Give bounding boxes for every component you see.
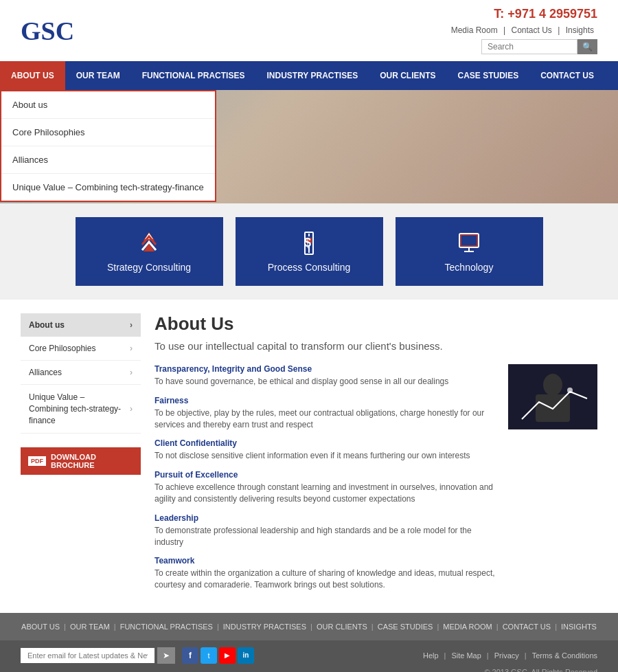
content-area: About Us To use our intellectual capital… [154, 313, 597, 599]
content-body: Transparency, Integrity and Good Sense T… [154, 364, 597, 599]
sidebar-arrow-unique: › [130, 404, 133, 414]
media-room-link[interactable]: Media Room [451, 25, 498, 35]
header-right: T: +971 4 2959751 Media Room | Contact U… [448, 7, 597, 54]
linkedin-icon[interactable]: in [238, 647, 254, 664]
facebook-icon[interactable]: f [182, 647, 198, 664]
footer-link-contact[interactable]: CONTACT US [503, 623, 551, 631]
content-image [508, 364, 597, 599]
technology-card[interactable]: Technology [396, 217, 543, 286]
principle-5: Leadership To demonstrate professional l… [154, 513, 496, 548]
navigation: ABOUT US OUR TEAM FUNCTIONAL PRACTISES I… [0, 61, 618, 90]
footer-link-case[interactable]: CASE STUDIES [378, 623, 433, 631]
process-icon: $ [295, 231, 323, 258]
principle-2-desc: To be objective, play by the rules, meet… [154, 407, 496, 431]
principle-1-title: Transparency, Integrity and Good Sense [154, 364, 496, 374]
svg-rect-10 [461, 235, 477, 246]
service-cards: Strategy Consulting $ Process Consulting [0, 203, 618, 300]
contact-us-link[interactable]: Contact Us [511, 25, 551, 35]
nav-our-team[interactable]: OUR TEAM [65, 61, 131, 90]
principle-3-title: Client Confidentiality [154, 438, 496, 448]
footer-link-insights[interactable]: INSIGHTS [561, 623, 597, 631]
nav-case-studies[interactable]: CASE STUDIES [447, 61, 530, 90]
pdf-badge: PDF [27, 456, 47, 467]
principle-6: Teamwork To create within the organizati… [154, 556, 496, 591]
nav-about-us[interactable]: ABOUT US [0, 61, 65, 90]
footer-link-functional[interactable]: FUNCTIONAL PRACTISES [120, 623, 213, 631]
page-title: About Us [154, 313, 597, 335]
social-icons: f t ▶ in [182, 647, 254, 664]
process-consulting-card[interactable]: $ Process Consulting [236, 217, 383, 286]
footer-link-clients[interactable]: OUR CLIENTS [317, 623, 367, 631]
sidebar-item-core[interactable]: Core Philosophies › [21, 337, 141, 361]
footer-nav-links: ABOUT US | OUR TEAM | FUNCTIONAL PRACTIS… [21, 623, 597, 631]
principle-6-desc: To create within the organization a cult… [154, 568, 496, 591]
principle-2: Fairness To be objective, play by the ru… [154, 396, 496, 431]
download-label: DOWNLOAD BROCHURE [51, 453, 134, 469]
strategy-label: Strategy Consulting [107, 262, 191, 273]
nav-our-clients[interactable]: OUR CLIENTS [369, 61, 446, 90]
header: GSC T: +971 4 2959751 Media Room | Conta… [0, 0, 618, 61]
svg-point-14 [543, 374, 562, 396]
strategy-icon [135, 231, 163, 258]
email-input[interactable] [21, 648, 154, 663]
technology-label: Technology [445, 262, 494, 273]
twitter-icon[interactable]: t [201, 647, 217, 664]
principle-1-desc: To have sound governance, be ethical and… [154, 376, 496, 388]
sidebar-arrow-alliances: › [130, 368, 133, 377]
sidebar-arrow-about: › [130, 320, 133, 330]
principle-4: Pursuit of Excellence To achieve excelle… [154, 470, 496, 505]
youtube-icon[interactable]: ▶ [219, 647, 236, 664]
dropdown-alliances[interactable]: Alliances [1, 146, 215, 174]
sidebar-arrow-core: › [130, 344, 133, 353]
copyright: © 2013 GSC, All Rights Reserved [21, 668, 597, 672]
principles-list: Transparency, Integrity and Good Sense T… [154, 364, 496, 599]
help-link[interactable]: Help [423, 651, 439, 660]
download-brochure-button[interactable]: PDF DOWNLOAD BROCHURE [21, 447, 141, 475]
header-links: Media Room | Contact Us | Insights [448, 25, 597, 35]
dropdown-unique-value[interactable]: Unique Value – Combining tech-strategy-f… [1, 174, 215, 201]
person-image [508, 364, 597, 429]
sitemap-link[interactable]: Site Map [451, 651, 481, 660]
dropdown-about-us[interactable]: About us [1, 91, 215, 119]
principle-6-title: Teamwork [154, 556, 496, 565]
principle-4-title: Pursuit of Excellence [154, 470, 496, 480]
email-submit-button[interactable]: ➤ [157, 647, 175, 664]
principle-2-title: Fairness [154, 396, 496, 405]
principle-1: Transparency, Integrity and Good Sense T… [154, 364, 496, 388]
principle-5-title: Leadership [154, 513, 496, 523]
svg-rect-9 [459, 234, 479, 247]
dropdown-core-philosophies[interactable]: Core Philosophies [1, 119, 215, 146]
footer-right-links: Help | Site Map | Privacy | Terms & Cond… [423, 651, 597, 660]
footer-link-industry[interactable]: INDUSTRY PRACTISES [223, 623, 306, 631]
nav-contact-us[interactable]: CONTACT US [529, 61, 605, 90]
privacy-link[interactable]: Privacy [494, 651, 519, 660]
technology-icon [455, 231, 483, 258]
main-content: About us › Core Philosophies › Alliances… [0, 300, 618, 613]
strategy-consulting-card[interactable]: Strategy Consulting [76, 217, 223, 286]
terms-link[interactable]: Terms & Conditions [532, 651, 597, 660]
footer-link-ourteam[interactable]: OUR TEAM [70, 623, 110, 631]
logo: GSC [21, 16, 74, 46]
tagline: To use our intellectual capital to trans… [154, 340, 597, 352]
about-us-dropdown: About us Core Philosophies Alliances Uni… [0, 90, 216, 202]
phone-number: T: +971 4 2959751 [494, 7, 597, 21]
sidebar: About us › Core Philosophies › Alliances… [21, 313, 141, 599]
footer: ABOUT US | OUR TEAM | FUNCTIONAL PRACTIS… [0, 613, 618, 640]
footer-link-media[interactable]: MEDIA ROOM [443, 623, 492, 631]
nav-industry[interactable]: INDUSTRY PRACTISES [255, 61, 369, 90]
search-button[interactable]: 🔍 [577, 39, 597, 54]
footer-link-about[interactable]: ABOUT US [21, 623, 60, 631]
insights-link[interactable]: Insights [566, 25, 594, 35]
nav-functional[interactable]: FUNCTIONAL PRACTISES [131, 61, 256, 90]
sidebar-item-about-us[interactable]: About us › [21, 313, 141, 337]
email-form: ➤ f t ▶ in [21, 647, 254, 664]
svg-text:$: $ [304, 236, 311, 249]
sidebar-item-unique[interactable]: Unique Value –Combining tech-strategy-fi… [21, 385, 141, 434]
svg-point-16 [567, 388, 573, 393]
search-bar: 🔍 [481, 39, 597, 54]
principle-3: Client Confidentiality To not disclose s… [154, 438, 496, 462]
principle-5-desc: To demonstrate professional leadership a… [154, 525, 496, 548]
footer-bottom: ➤ f t ▶ in Help | Site Map | Privacy | T… [0, 640, 618, 672]
search-input[interactable] [481, 39, 577, 54]
sidebar-item-alliances[interactable]: Alliances › [21, 361, 141, 385]
